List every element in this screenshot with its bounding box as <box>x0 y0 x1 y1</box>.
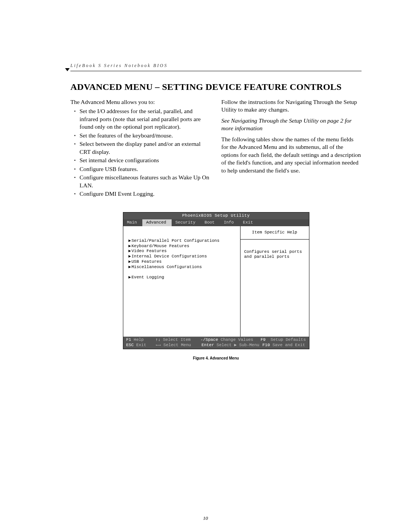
bios-menu-label: Video Features <box>132 249 167 253</box>
triangle-right-icon: ▶ <box>129 265 132 270</box>
triangle-right-icon: ▶ <box>129 259 132 265</box>
tab-exit[interactable]: Exit <box>239 219 258 226</box>
bios-menu-label: Event Logging <box>132 275 164 280</box>
key-desc: Select Menu <box>161 343 191 347</box>
tab-boot[interactable]: Boot <box>201 219 220 226</box>
figure-caption: Figure 4. Advanced Menu <box>123 356 309 360</box>
list-item: Configure DMI Event Logging. <box>74 190 211 198</box>
triangle-right-icon: ▶ <box>129 244 132 249</box>
paragraph: Follow the instructions for Navigating T… <box>221 98 362 114</box>
bios-menu-item[interactable]: ▶Video Features <box>129 249 236 254</box>
key-label: -/Space <box>201 337 218 342</box>
bios-footer: F1 Help ↑↓ Select Item -/Space Change Va… <box>123 337 309 349</box>
bios-help-pane: Item Specific Help Configures serial por… <box>241 226 309 337</box>
intro-text: The Advanced Menu allows you to: <box>70 98 211 106</box>
bios-figure: PhoenixBIOS Setup Utility Main Advanced … <box>123 212 309 360</box>
key-desc: Save and Exit <box>270 343 305 347</box>
cross-reference: See Navigating Through the Setup Utility… <box>221 117 362 133</box>
bios-menu-label: Internal Device Configurations <box>132 254 207 259</box>
bios-menu-pane: ▶Serial/Parallel Port Configurations ▶Ke… <box>123 226 241 337</box>
bios-body: ▶Serial/Parallel Port Configurations ▶Ke… <box>123 226 309 337</box>
body-columns: The Advanced Menu allows you to: Set the… <box>70 98 362 198</box>
triangle-right-icon: ▶ <box>129 249 132 254</box>
key-label: ←→ <box>156 343 161 347</box>
bios-help-title: Item Specific Help <box>241 226 309 240</box>
list-item: Configure USB features. <box>74 165 211 173</box>
key-desc: Select Item <box>161 337 191 342</box>
tab-main[interactable]: Main <box>123 219 142 226</box>
bios-menu-spacer <box>129 270 236 275</box>
key-desc: Change Values <box>218 337 253 342</box>
list-item: Set the features of the keyboard/mouse. <box>74 132 211 139</box>
key-desc: Setup Defaults <box>266 337 306 342</box>
feature-list: Set the I/O addresses for the serial, pa… <box>70 107 211 198</box>
list-item: Configure miscellaneous features such as… <box>74 174 211 189</box>
paragraph: The following tables show the names of t… <box>221 136 362 174</box>
bios-menu-item[interactable]: ▶Internal Device Configurations <box>129 254 236 259</box>
key-label: F1 <box>126 337 131 342</box>
bios-menu-item[interactable]: ▶Event Logging <box>129 275 236 280</box>
list-item: Select between the display panel and/or … <box>74 140 211 156</box>
bios-help-text: Configures serial ports and parallel por… <box>241 240 309 264</box>
bios-menu-item[interactable]: ▶Miscellaneous Configurations <box>129 265 236 270</box>
bios-menu-label: Keyboard/Mouse Features <box>132 244 190 248</box>
bios-menu-label: Miscellaneous Configurations <box>132 265 202 269</box>
bios-menu-item[interactable]: ▶Serial/Parallel Port Configurations <box>129 238 236 244</box>
key-desc: Help <box>131 337 144 342</box>
list-item: Set the I/O addresses for the serial, pa… <box>74 107 211 131</box>
key-label: Enter <box>202 343 214 347</box>
key-desc: Exit <box>134 343 146 347</box>
bios-menu-item[interactable]: ▶Keyboard/Mouse Features <box>129 244 236 249</box>
bios-tab-bar: Main Advanced Security Boot Info Exit <box>123 219 309 226</box>
key-label: ESC <box>126 343 134 347</box>
key-label: F10 <box>263 343 270 347</box>
bios-title-bar: PhoenixBIOS Setup Utility <box>123 212 309 219</box>
triangle-right-icon: ▶ <box>129 254 132 259</box>
tab-security[interactable]: Security <box>172 219 201 226</box>
bios-menu-item[interactable]: ▶USB Features <box>129 259 236 265</box>
key-label: F9 <box>261 337 266 342</box>
triangle-right-icon: ▶ <box>129 275 132 280</box>
left-column: The Advanced Menu allows you to: Set the… <box>70 98 211 198</box>
tab-advanced[interactable]: Advanced <box>142 219 172 226</box>
page-title: ADVANCED MENU – SETTING DEVICE FEATURE C… <box>70 82 362 92</box>
tab-info[interactable]: Info <box>220 219 239 226</box>
right-column: Follow the instructions for Navigating T… <box>221 98 362 198</box>
list-item: Set internal device configurations <box>74 157 211 164</box>
bios-menu-label: Serial/Parallel Port Configurations <box>132 238 220 243</box>
running-head: LifeBook S Series Notebook BIOS <box>70 63 362 71</box>
bios-menu-label: USB Features <box>132 259 162 264</box>
key-label: ↑↓ <box>155 337 160 342</box>
page-number: 10 <box>0 515 411 521</box>
triangle-right-icon: ▶ <box>129 238 132 244</box>
bios-window: PhoenixBIOS Setup Utility Main Advanced … <box>123 212 309 349</box>
key-desc: Select ▶ Sub-Menu <box>214 343 260 347</box>
